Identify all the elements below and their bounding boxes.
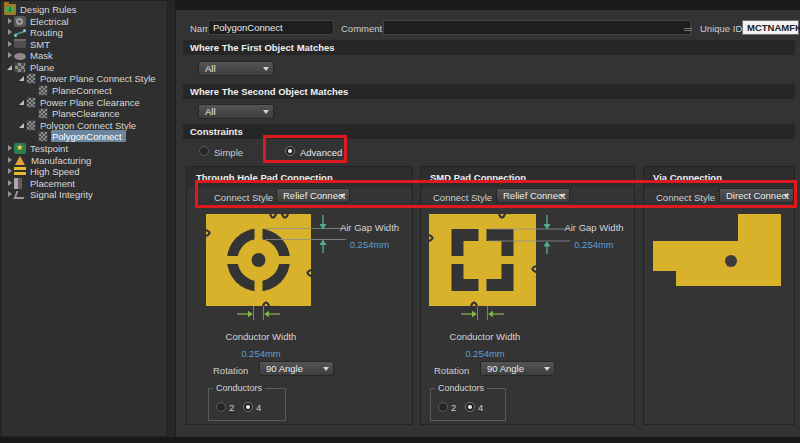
tree-item-power-plane-connect-style[interactable]: Power Plane Connect Style [1, 72, 165, 84]
name-input[interactable] [208, 20, 334, 35]
second-object-matches-header: Where The Second Object Matches [183, 84, 795, 99]
panel-title: SMD Pad Connection [430, 172, 526, 183]
conductors-group: Conductors 2 4 [430, 388, 506, 421]
air-gap-width-label: Air Gap Width [327, 222, 412, 233]
constraints-header: Constraints [183, 124, 795, 139]
conductors-group-label: Conductors [213, 383, 265, 393]
chevron-down-icon [263, 67, 269, 71]
simple-radio[interactable] [199, 146, 209, 156]
tree-item-planeclearance[interactable]: PlaneClearance [1, 107, 165, 119]
manufacturing-icon [15, 156, 25, 165]
panel-divider [168, 0, 175, 437]
design-rules-dialog: Design Rules Electrical Routing SMT Mask… [0, 0, 800, 443]
comment-input[interactable] [383, 20, 691, 35]
conductors-2-label[interactable]: 2 [229, 402, 234, 413]
rotation-label: Rotation [434, 365, 469, 376]
signal-integrity-icon [14, 189, 26, 200]
unique-id-label: Unique ID [700, 23, 742, 34]
conductor-width-label: Conductor Width [435, 331, 535, 342]
conductors-group-label: Conductors [435, 383, 487, 393]
tree-item-testpoint[interactable]: Testpoint [1, 142, 165, 154]
conductor-width-value: 0.254mm [435, 348, 535, 359]
relief-connect-diagram [197, 211, 347, 326]
panel-title: Through Hole Pad Connection [196, 172, 333, 183]
air-gap-width-value: 0.254mm [554, 239, 634, 250]
expand-expanded-icon[interactable] [17, 100, 26, 105]
comment-resize-grip-icon[interactable] [684, 28, 692, 33]
rotation-dropdown[interactable]: 90 Angle [259, 361, 334, 376]
tree-label: Polygon Connect Style [40, 120, 136, 131]
advanced-radio-label[interactable]: Advanced [300, 147, 342, 158]
smt-icon [14, 39, 26, 50]
conductors-4-label[interactable]: 4 [478, 402, 483, 413]
bottom-strip [0, 437, 800, 443]
tree-label: SMT [30, 39, 50, 50]
tree-label: Manufacturing [31, 155, 91, 166]
tree-label: Electrical [30, 16, 69, 27]
tree-item-design-rules[interactable]: Design Rules [1, 3, 165, 15]
expand-expanded-icon[interactable] [5, 65, 14, 70]
expand-collapsed-icon[interactable] [5, 52, 14, 58]
simple-radio-label[interactable]: Simple [214, 147, 243, 158]
connect-style-dropdown[interactable]: Relief Connect [496, 188, 570, 203]
connect-style-dropdown[interactable]: Relief Connect [276, 188, 350, 203]
rule-icon [38, 131, 48, 142]
tree-label: Power Plane Clearance [40, 97, 140, 108]
tree-label: Routing [30, 27, 63, 38]
tree-item-mask[interactable]: Mask [1, 49, 165, 61]
expand-collapsed-icon[interactable] [5, 168, 14, 174]
chevron-down-icon [783, 194, 789, 198]
unique-id-value: MCTNAMFK [742, 20, 799, 35]
tree-label: PlaneClearance [52, 108, 120, 119]
tree-item-signal-integrity[interactable]: Signal Integrity [1, 188, 165, 200]
connect-style-dropdown[interactable]: Direct Connect [719, 188, 794, 203]
rules-tree-panel: Design Rules Electrical Routing SMT Mask… [0, 0, 168, 437]
chevron-down-icon [339, 194, 345, 198]
tree-item-routing[interactable]: Routing [1, 26, 165, 38]
plane-icon [14, 62, 26, 73]
air-gap-width-label: Air Gap Width [554, 222, 634, 233]
expand-collapsed-icon[interactable] [5, 157, 14, 163]
expand-collapsed-icon[interactable] [5, 191, 14, 197]
routing-icon [14, 27, 26, 38]
expand-collapsed-icon[interactable] [5, 180, 14, 186]
conductors-group: Conductors 2 4 [208, 388, 286, 421]
mask-icon [14, 53, 26, 60]
rule-icon [38, 108, 48, 119]
conductors-2-radio[interactable] [216, 402, 226, 412]
conductors-2-radio[interactable] [438, 402, 448, 412]
first-match-dropdown[interactable]: All [198, 61, 274, 76]
conductors-2-label[interactable]: 2 [451, 402, 456, 413]
conductor-width-value: 0.254mm [211, 348, 311, 359]
conductors-4-label[interactable]: 4 [256, 402, 261, 413]
expand-collapsed-icon[interactable] [5, 29, 14, 35]
direct-connect-diagram [644, 207, 796, 299]
rule-type-icon [26, 97, 36, 108]
expand-expanded-icon[interactable] [17, 123, 26, 128]
rotation-dropdown[interactable]: 90 Angle [480, 361, 555, 376]
chevron-down-icon [544, 367, 550, 371]
tree-label: Placement [30, 178, 75, 189]
chevron-down-icon [559, 194, 565, 198]
expand-collapsed-icon[interactable] [5, 145, 14, 151]
tree-label: PolygonConnect [52, 131, 122, 142]
expand-collapsed-icon[interactable] [5, 41, 14, 47]
connect-style-label: Connect Style [214, 192, 273, 203]
expand-collapsed-icon[interactable] [5, 18, 14, 24]
second-match-dropdown[interactable]: All [198, 104, 274, 119]
conductors-4-radio[interactable] [243, 402, 253, 412]
connect-style-label: Connect Style [656, 192, 715, 203]
tree-item-high-speed[interactable]: High Speed [1, 165, 165, 177]
advanced-radio[interactable] [285, 146, 295, 156]
tree-label: High Speed [30, 166, 80, 177]
electrical-icon [14, 16, 26, 27]
top-strip [175, 0, 800, 10]
expand-expanded-icon[interactable] [17, 76, 26, 81]
relief-connect-smd-diagram [421, 211, 571, 326]
tree-item-planeconnect[interactable]: PlaneConnect [1, 84, 165, 96]
air-gap-width-value: 0.254mm [327, 239, 412, 250]
tree-item-polygonconnect-selected[interactable]: PolygonConnect [1, 130, 165, 142]
testpoint-icon [14, 143, 26, 154]
conductors-4-radio[interactable] [465, 402, 475, 412]
chevron-down-icon [323, 367, 329, 371]
